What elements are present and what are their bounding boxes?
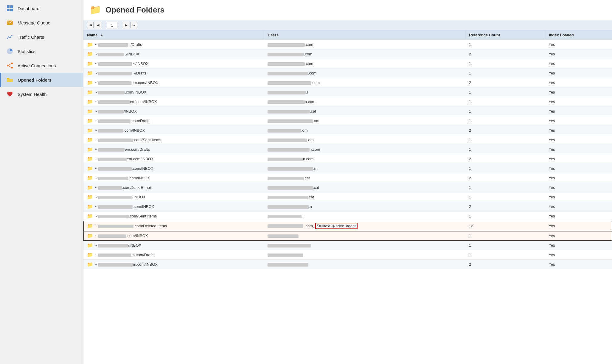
prev-page-button[interactable]: ◀	[95, 22, 101, 28]
folder-icon: 📁	[87, 89, 93, 95]
svg-rect-11	[7, 79, 13, 82]
cell-reference-count: 2	[465, 173, 545, 183]
cell-index-loaded: Yes	[545, 250, 612, 260]
table-row: 📁~ ~/Drafts .com1Yes	[83, 69, 612, 78]
sidebar-item-message-queue[interactable]: Message Queue	[0, 15, 83, 30]
folder-path: ~ em.com/INBOX	[95, 99, 157, 104]
folder-icon: 📁	[87, 194, 93, 200]
cell-index-loaded: Yes	[545, 49, 612, 59]
cell-name: 📁~ .com/INBOX	[83, 126, 264, 135]
cell-users	[264, 260, 465, 269]
cell-users	[264, 241, 465, 250]
cell-index-loaded: Yes	[545, 97, 612, 107]
sidebar-item-label: Active Connections	[18, 63, 56, 68]
cell-index-loaded: Yes	[545, 221, 612, 231]
user-suffix: .cat	[310, 109, 316, 113]
table-row: 📁~ /INBOX 1Yes	[83, 241, 612, 250]
cell-index-loaded: Yes	[545, 202, 612, 211]
cell-users: .com	[264, 69, 465, 78]
folder-icon: 📁	[87, 61, 93, 66]
user-suffix: n.com	[303, 157, 313, 161]
svg-rect-1	[10, 5, 13, 8]
cell-index-loaded: Yes	[545, 211, 612, 221]
folder-path: ~ m.com/Drafts	[95, 253, 155, 257]
table-row: 📁~ .com/INBOX .l1Yes	[83, 88, 612, 97]
folder-icon: 📁	[87, 223, 93, 229]
folder-path: ~ ./Drafts	[95, 42, 142, 47]
table-row: 📁~ .com/INBOX .n2Yes	[83, 202, 612, 211]
cell-name: 📁~ .com/INBOX	[83, 88, 264, 97]
cell-index-loaded: Yes	[545, 107, 612, 116]
cell-index-loaded: Yes	[545, 154, 612, 164]
folder-icon: 📁	[87, 204, 93, 209]
sidebar-item-label: Dashboard	[18, 6, 39, 11]
table-header-row: Name ▲ Users Reference Count Index Loade…	[83, 30, 612, 40]
cell-reference-count: 1	[465, 164, 545, 173]
col-name: Name ▲	[83, 30, 264, 40]
cell-reference-count: 1	[465, 116, 545, 126]
folder-icon-large: 📁	[89, 4, 101, 15]
cell-reference-count: 1	[465, 107, 545, 116]
table-row: 📁~ m.com/Drafts 1Yes	[83, 250, 612, 260]
cell-reference-count: 1	[465, 241, 545, 250]
cell-name: 📁~ .com/INBOX	[83, 202, 264, 211]
cell-name: 📁~ /INBOX	[83, 241, 264, 250]
folder-icon: 📁	[87, 70, 93, 76]
cell-name: 📁~ em.com/INBOX	[83, 154, 264, 164]
table-row: 📁~ em.com/Drafts n.com1Yes	[83, 145, 612, 154]
page-input[interactable]	[107, 22, 117, 28]
folder-path: ~ .com/INBOX	[95, 90, 146, 94]
folder-path: ~ .com/INBOX	[95, 166, 153, 171]
cell-name: 📁~ em.com/Drafts	[83, 145, 264, 154]
svg-point-6	[7, 65, 9, 66]
statistics-icon	[6, 47, 14, 55]
user-suffix: .om	[313, 119, 319, 123]
sidebar-item-active-connections[interactable]: Active Connections	[0, 58, 83, 73]
cell-index-loaded: Yes	[545, 192, 612, 202]
table-row: 📁~ /INBOX .cat1Yes	[83, 107, 612, 116]
folder-path: ~ .com/INBOX	[95, 204, 154, 209]
cell-reference-count: 1	[465, 211, 545, 221]
sidebar-item-system-health[interactable]: System Health	[0, 87, 83, 101]
table-row: 📁~ m.com/INBOX 2Yes	[83, 260, 612, 269]
folder-path: ~ ~/Drafts	[95, 71, 147, 75]
folder-path: ~ /INBOX	[95, 109, 137, 113]
cell-name: 📁~ m.com/INBOX	[83, 260, 264, 269]
user-suffix: .com	[308, 71, 316, 75]
folder-path: ~ .com/Junk E-mail	[95, 185, 152, 190]
folder-path: ~ .com/Drafts	[95, 119, 150, 123]
cell-users	[264, 250, 465, 260]
folder-icon: 📁	[87, 118, 93, 124]
folder-icon: 📁	[87, 175, 93, 181]
next-page-button[interactable]: ▶	[123, 22, 129, 28]
cell-name: 📁~ .com/Sent Items	[83, 211, 264, 221]
folder-path: ~ em.com/Drafts	[95, 147, 150, 152]
page-title: Opened Folders	[105, 5, 164, 15]
folder-path: ~ ./INBOX	[95, 52, 139, 56]
traffic-icon	[6, 33, 14, 41]
last-page-button[interactable]: ⏭	[131, 22, 137, 28]
cell-users: .com	[264, 40, 465, 49]
first-page-button[interactable]: ⏮	[87, 22, 94, 28]
folder-path: ~ .com/INBOX	[95, 128, 145, 133]
connections-icon	[6, 61, 14, 70]
sidebar-item-statistics[interactable]: Statistics	[0, 44, 83, 58]
table-row: 📁~ .com/Junk E-mail .cat1Yes	[83, 183, 612, 192]
cell-name: 📁~ em.com/INBOX	[83, 78, 264, 88]
user-suffix: .n	[309, 204, 312, 209]
user-suffix: .l	[302, 214, 304, 218]
sidebar-item-dashboard[interactable]: Dashboard	[0, 1, 83, 15]
user-suffix: n.com	[310, 147, 320, 152]
sidebar-item-label: Opened Folders	[18, 77, 52, 83]
cell-reference-count: 2	[465, 202, 545, 211]
sort-arrow: ▲	[100, 33, 104, 37]
sidebar-item-traffic-charts[interactable]: Traffic Charts	[0, 30, 83, 44]
cell-index-loaded: Yes	[545, 164, 612, 173]
cell-name: 📁~ ./Drafts	[83, 40, 264, 49]
cell-users: .cat	[264, 183, 465, 192]
folder-icon: 📁	[87, 242, 93, 248]
sidebar-item-opened-folders[interactable]: Opened Folders	[0, 73, 83, 87]
cell-name: 📁~ .com/Drafts	[83, 116, 264, 126]
cell-name: 📁~ .com/Deleted Items	[83, 221, 264, 231]
user-suffix: .om	[301, 128, 308, 133]
